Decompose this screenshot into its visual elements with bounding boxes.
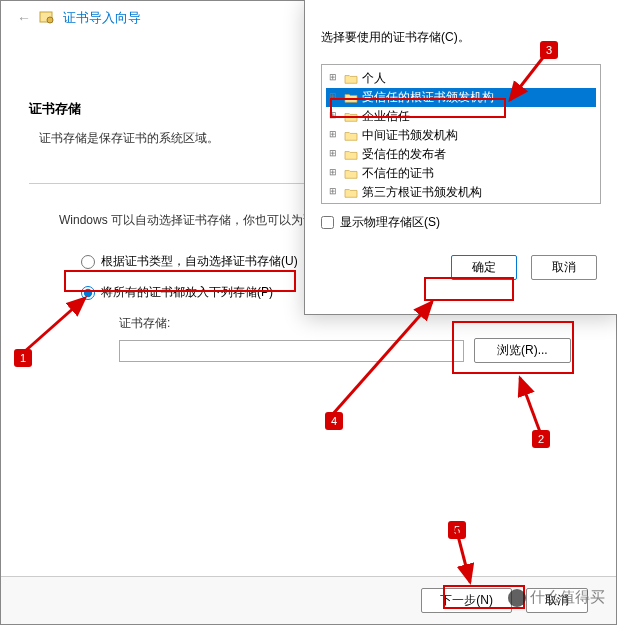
folder-icon (344, 130, 358, 142)
folder-icon (344, 73, 358, 85)
tree-item[interactable]: ⊞中间证书颁发机构 (326, 126, 596, 145)
store-label: 证书存储: (119, 315, 588, 332)
tree-item-label: 个人 (362, 70, 386, 87)
watermark: 什么值得买 (508, 588, 605, 607)
watermark-text: 什么值得买 (530, 588, 605, 607)
dialog-footer: 确定 取消 (305, 241, 617, 296)
dialog-prompt: 选择要使用的证书存储(C)。 (321, 29, 601, 46)
tree-expand-icon[interactable]: ⊞ (328, 129, 337, 138)
annotation-badge-1: 1 (14, 349, 32, 367)
folder-icon (344, 168, 358, 180)
folder-icon (344, 149, 358, 161)
annotation-badge-2: 2 (532, 430, 550, 448)
tree-item-label: 中间证书颁发机构 (362, 127, 458, 144)
show-physical-row[interactable]: 显示物理存储区(S) (321, 214, 601, 231)
radio-auto[interactable] (81, 255, 95, 269)
tree-item[interactable]: ⊞不信任的证书 (326, 164, 596, 183)
certificate-icon (39, 10, 55, 26)
tree-expand-icon[interactable]: ⊞ (328, 167, 337, 176)
tree-expand-icon[interactable]: ⊞ (328, 72, 337, 81)
tree-expand-icon[interactable]: ⊞ (328, 186, 337, 195)
tree-item[interactable]: ⊞个人 (326, 69, 596, 88)
tree-item[interactable]: ⊞受信任的根证书颁发机构 (326, 88, 596, 107)
folder-icon (344, 187, 358, 199)
show-physical-checkbox[interactable] (321, 216, 334, 229)
radio-place[interactable] (81, 286, 95, 300)
tree-item-label: 受信任的发布者 (362, 146, 446, 163)
tree-expand-icon[interactable]: ⊞ (328, 110, 337, 119)
dialog-cancel-button[interactable]: 取消 (531, 255, 597, 280)
wizard-title: 证书导入向导 (63, 9, 141, 27)
store-tree[interactable]: ⊞个人⊞受信任的根证书颁发机构⊞企业信任⊞中间证书颁发机构⊞受信任的发布者⊞不信… (321, 64, 601, 204)
dialog-titlebar (305, 0, 617, 13)
tree-item[interactable]: ⊞企业信任 (326, 107, 596, 126)
store-input-row: 浏览(R)... (119, 338, 588, 363)
tree-item[interactable]: ⊞第三方根证书颁发机构 (326, 183, 596, 202)
watermark-icon (508, 589, 526, 607)
tree-expand-icon[interactable]: ⊞ (328, 148, 337, 157)
annotation-badge-3: 3 (540, 41, 558, 59)
svg-point-1 (47, 17, 53, 23)
annotation-badge-4: 4 (325, 412, 343, 430)
tree-item-label: 不信任的证书 (362, 165, 434, 182)
store-input[interactable] (119, 340, 464, 362)
tree-item-label: 企业信任 (362, 108, 410, 125)
ok-button[interactable]: 确定 (451, 255, 517, 280)
folder-icon (344, 92, 358, 104)
radio-auto-label: 根据证书类型，自动选择证书存储(U) (101, 253, 298, 270)
dialog-body: 选择要使用的证书存储(C)。 ⊞个人⊞受信任的根证书颁发机构⊞企业信任⊞中间证书… (305, 13, 617, 241)
browse-button[interactable]: 浏览(R)... (474, 338, 571, 363)
tree-item-label: 受信任的根证书颁发机构 (362, 89, 494, 106)
select-store-dialog: 选择要使用的证书存储(C)。 ⊞个人⊞受信任的根证书颁发机构⊞企业信任⊞中间证书… (304, 0, 617, 315)
back-icon[interactable]: ← (17, 10, 31, 26)
annotation-badge-5: 5 (448, 521, 466, 539)
next-button[interactable]: 下一步(N) (421, 588, 512, 613)
tree-item[interactable]: ⊞受信任的发布者 (326, 145, 596, 164)
tree-expand-icon[interactable]: ⊞ (328, 91, 337, 100)
folder-icon (344, 111, 358, 123)
radio-place-label: 将所有的证书都放入下列存储(P) (101, 284, 273, 301)
show-physical-label: 显示物理存储区(S) (340, 214, 440, 231)
tree-item-label: 第三方根证书颁发机构 (362, 184, 482, 201)
